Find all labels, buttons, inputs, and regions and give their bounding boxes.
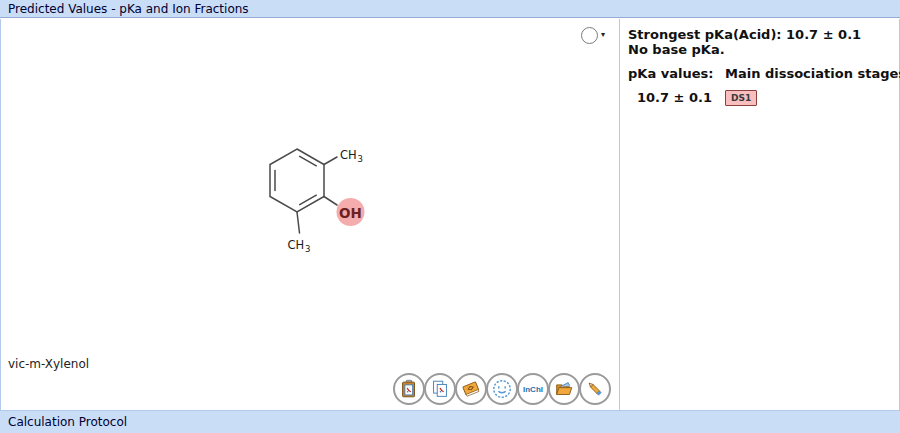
ring-display-button[interactable]: ▾ xyxy=(581,25,605,45)
molecule-structure: CH 3 OH CH 3 xyxy=(240,128,400,268)
open-folder-icon xyxy=(553,378,575,400)
pencil-icon xyxy=(584,378,606,400)
copy-pdf-icon xyxy=(398,378,420,400)
compound-name: vic-m-Xylenol xyxy=(8,357,89,371)
bond-to-methyl-top xyxy=(324,157,337,165)
methyl-bottom-label: CH xyxy=(288,238,305,252)
app-window: Predicted Values - pKa and Ion Fractions… xyxy=(0,0,900,433)
smiles-face-icon xyxy=(491,378,513,400)
molecule-panel: ▾ CH 3 OH CH 3 xyxy=(1,19,620,410)
inchi-text-icon: InChI xyxy=(523,385,543,394)
book-icon xyxy=(460,378,482,400)
stage-badge[interactable]: DS1 xyxy=(725,90,757,106)
toolbar: InChI xyxy=(393,373,610,405)
bond-to-methyl-bottom xyxy=(297,212,300,233)
stage-cell: DS1 xyxy=(725,89,900,106)
calculation-protocol-title: Calculation Protocol xyxy=(8,415,127,429)
methyl-top-label: CH xyxy=(340,148,357,162)
smiles-button[interactable] xyxy=(486,373,518,405)
copy-pdf-button[interactable] xyxy=(393,373,425,405)
methyl-top-subscript: 3 xyxy=(358,154,363,164)
copy-pages-icon xyxy=(429,378,451,400)
double-bond xyxy=(300,195,317,205)
edit-structure-button[interactable] xyxy=(579,373,611,405)
pka-value: 10.7 ± 0.1 xyxy=(628,90,712,105)
pka-values-label: pKa values: xyxy=(628,66,712,81)
inchi-button[interactable]: InChI xyxy=(517,373,549,405)
pka-table: pKa values: Main dissociation stages: 10… xyxy=(628,66,895,106)
hydroxyl-label: OH xyxy=(339,205,362,221)
benzene-ring xyxy=(270,149,324,212)
page-title: Predicted Values - pKa and Ion Fractions xyxy=(8,2,249,16)
main-area: ▾ CH 3 OH CH 3 xyxy=(0,19,900,411)
double-bond xyxy=(300,156,317,166)
results-panel: Strongest pKa(Acid): 10.7 ± 0.1 No base … xyxy=(621,19,899,410)
no-base-line: No base pKa. xyxy=(628,42,895,57)
ring-circle-icon xyxy=(581,27,598,44)
strongest-acid-line: Strongest pKa(Acid): 10.7 ± 0.1 xyxy=(628,27,895,42)
copy-pages-button[interactable] xyxy=(424,373,456,405)
open-file-button[interactable] xyxy=(548,373,580,405)
report-book-button[interactable] xyxy=(455,373,487,405)
bond-to-hydroxyl xyxy=(324,197,337,206)
chevron-down-icon: ▾ xyxy=(601,31,605,39)
calculation-protocol-bar[interactable]: Calculation Protocol xyxy=(0,411,900,433)
methyl-bottom-subscript: 3 xyxy=(305,244,310,254)
stages-label: Main dissociation stages: xyxy=(725,66,900,81)
window-title-bar: Predicted Values - pKa and Ion Fractions xyxy=(0,0,900,18)
